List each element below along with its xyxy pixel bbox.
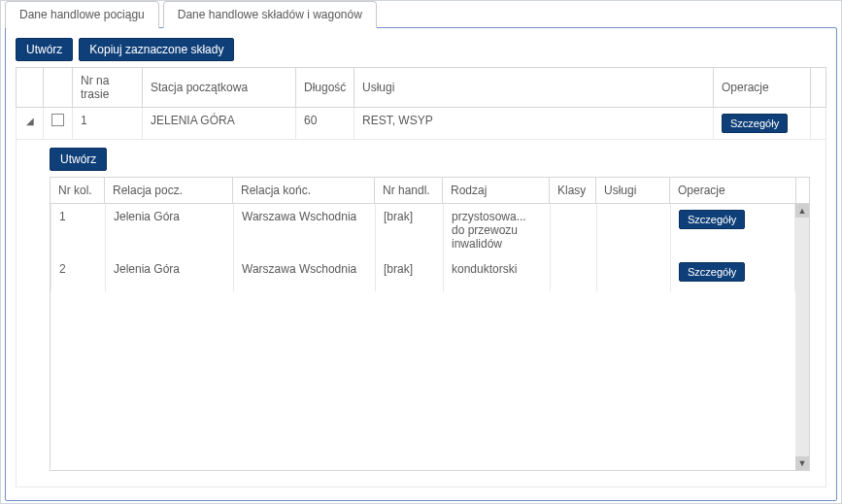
tab-wagons-data[interactable]: Dane handlowe składów i wagonów [163, 1, 377, 28]
col-start-station: Stacja początkowa [143, 68, 296, 108]
main-toolbar: Utwórz Kopiuj zaznaczone składy [16, 38, 826, 61]
compositions-table: Nr na trasie Stacja początkowa Długość U… [16, 67, 826, 487]
cell-type: konduktorski [444, 256, 551, 291]
wagon-row: 1 Jelenia Góra Warszawa Wschodnia [brak]… [51, 204, 795, 256]
col-length: Długość [296, 68, 354, 108]
wagons-body: 1 Jelenia Góra Warszawa Wschodnia [brak]… [51, 204, 795, 470]
compositions-header-row: Nr na trasie Stacja początkowa Długość U… [17, 68, 826, 108]
col-relation-start: Relacja pocz. [105, 178, 233, 204]
cell-relation-start: Jelenia Góra [106, 204, 234, 256]
cell-inner-services [597, 204, 671, 256]
col-wagon-nr: Nr kol. [51, 178, 105, 204]
scroll-down-icon[interactable]: ▼ [795, 456, 809, 470]
wagons-header-row: Nr kol. Relacja pocz. Relacja końc. Nr h… [51, 178, 810, 204]
cell-classes [551, 256, 597, 291]
cell-services: REST, WSYP [354, 108, 714, 140]
tab-bar: Dane handlowe pociągu Dane handlowe skła… [5, 1, 842, 28]
col-checkbox [44, 68, 73, 108]
inner-details-button[interactable]: Szczegóły [679, 210, 745, 229]
col-type: Rodzaj [443, 178, 550, 204]
col-trade-nr: Nr handl. [375, 178, 443, 204]
wagons-toolbar: Utwórz [50, 140, 810, 177]
create-button[interactable]: Utwórz [16, 38, 73, 61]
wagons-body-container: 1 Jelenia Góra Warszawa Wschodnia [brak]… [50, 204, 810, 471]
inner-details-button[interactable]: Szczegóły [679, 262, 745, 282]
composition-row: ◢ 1 JELENIA GÓRA 60 REST, WSYP Szczegóły [17, 108, 826, 140]
cell-relation-end: Warszawa Wschodnia [234, 256, 376, 291]
cell-route-nr: 1 [73, 108, 143, 140]
cell-start-station: JELENIA GÓRA [143, 108, 296, 140]
copy-selected-button[interactable]: Kopiuj zaznaczone składy [79, 38, 234, 61]
wagon-row: 2 Jelenia Góra Warszawa Wschodnia [brak]… [51, 256, 795, 291]
cell-trade-nr: [brak] [376, 256, 444, 291]
col-classes: Klasy [550, 178, 596, 204]
tab-train-data[interactable]: Dane handlowe pociągu [5, 1, 159, 28]
col-expand [17, 68, 44, 108]
cell-type: przystosowa... do przewozu inwalidów [444, 204, 551, 256]
wagons-panel: Utwórz Nr kol. Relacja pocz. [50, 140, 810, 471]
col-operations: Operacje [714, 68, 811, 108]
cell-wagon-nr: 1 [51, 204, 106, 256]
col-inner-scroll-gutter [796, 178, 810, 204]
cell-classes [551, 204, 597, 256]
col-inner-services: Usługi [596, 178, 670, 204]
inner-vertical-scrollbar[interactable]: ▲ ▼ [795, 204, 809, 470]
cell-relation-start: Jelenia Góra [106, 256, 234, 291]
scroll-up-icon[interactable]: ▲ [795, 204, 809, 218]
tab-panel: Utwórz Kopiuj zaznaczone składy Nr na tr… [5, 27, 837, 501]
cell-relation-end: Warszawa Wschodnia [234, 204, 376, 256]
inner-create-button[interactable]: Utwórz [50, 148, 107, 171]
cell-trade-nr: [brak] [376, 204, 444, 256]
row-checkbox[interactable] [51, 114, 64, 126]
expand-toggle-icon[interactable]: ◢ [26, 116, 34, 126]
col-relation-end: Relacja końc. [233, 178, 375, 204]
wagons-table: Nr kol. Relacja pocz. Relacja końc. Nr h… [50, 177, 810, 204]
cell-wagon-nr: 2 [51, 256, 106, 291]
col-route-nr: Nr na trasie [73, 68, 143, 108]
details-button[interactable]: Szczegóły [722, 114, 788, 133]
col-inner-operations: Operacje [670, 178, 796, 204]
composition-detail-row: Utwórz Nr kol. Relacja pocz. [17, 140, 826, 487]
col-services: Usługi [354, 68, 714, 108]
cell-inner-services [597, 256, 671, 291]
app-frame: Dane handlowe pociągu Dane handlowe skła… [0, 0, 842, 504]
cell-length: 60 [296, 108, 354, 140]
col-scrollbar-gutter [811, 68, 826, 108]
